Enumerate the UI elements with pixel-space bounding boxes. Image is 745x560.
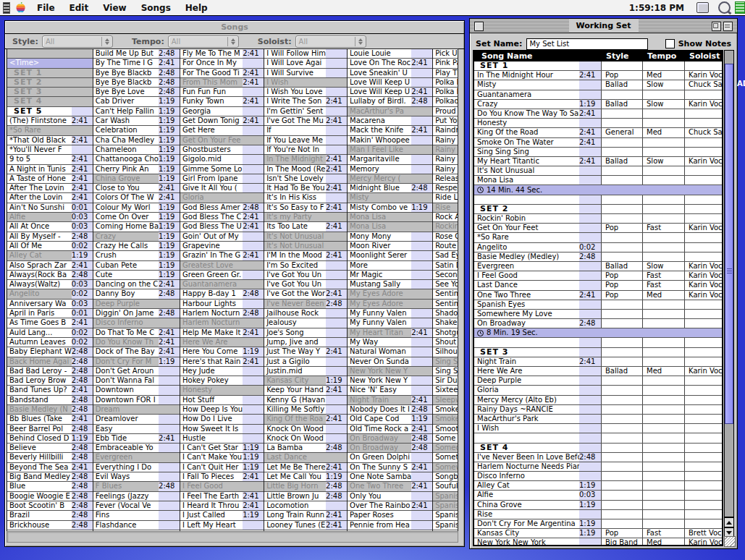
ws-song-row[interactable]: Rise bbox=[474, 510, 722, 519]
song-row[interactable]: Spanish Eyes bbox=[433, 501, 458, 511]
song-row[interactable]: How Do I Live bbox=[180, 415, 264, 424]
ws-song-row[interactable]: I've Never Been In Love Before2:48 bbox=[474, 453, 722, 462]
song-row[interactable]: Route 66 bbox=[433, 242, 458, 251]
set-name-input[interactable] bbox=[526, 38, 648, 50]
song-row[interactable]: Rainy Night In G bbox=[433, 155, 458, 164]
song-row[interactable]: Evil Ways bbox=[93, 472, 180, 482]
ws-song-row[interactable]: On Broadway2:48 bbox=[474, 319, 722, 328]
song-row[interactable]: Little Brown Ju2:48 bbox=[264, 492, 347, 501]
empty-row[interactable] bbox=[7, 49, 93, 59]
song-row[interactable]: Build Me Up But2:48 bbox=[93, 49, 180, 59]
song-row[interactable]: All Of Me0:02 bbox=[7, 242, 93, 251]
ws-song-row[interactable]: Alfie0:03 bbox=[474, 491, 722, 500]
song-row[interactable]: Margaritaville bbox=[348, 155, 432, 164]
song-row[interactable]: Misty Combo ve1:19 bbox=[348, 203, 432, 213]
song-row[interactable]: Knock On Wood bbox=[264, 434, 347, 444]
song-row[interactable]: Back Home Agai2:48 bbox=[7, 357, 93, 367]
close-box[interactable] bbox=[474, 22, 484, 31]
song-row[interactable]: Respect bbox=[433, 184, 458, 193]
song-row[interactable]: Honesty bbox=[180, 386, 264, 395]
song-row[interactable]: Cha Cha Medley1:19 bbox=[93, 136, 180, 145]
song-row[interactable]: Put Your Head C bbox=[433, 116, 458, 126]
song-row[interactable]: Just a Gigilo bbox=[264, 357, 347, 367]
song-row[interactable]: Love On The Roc2:41 bbox=[348, 59, 432, 68]
song-row[interactable]: Pick Up the Piec2:41 bbox=[433, 49, 458, 59]
song-row[interactable]: Also Sprach Zar2:41 bbox=[7, 261, 93, 271]
song-row[interactable]: Mony Mony bbox=[348, 232, 432, 242]
song-row[interactable]: Harbour Lights bbox=[180, 300, 264, 309]
zoom-box[interactable] bbox=[712, 22, 721, 31]
song-row[interactable]: F Blues2:48 bbox=[93, 482, 180, 491]
song-row[interactable]: New York New Y bbox=[348, 367, 432, 376]
song-row[interactable]: Silhouette bbox=[433, 347, 458, 357]
song-row[interactable]: Isn't She Lovely bbox=[264, 174, 347, 184]
song-row[interactable]: Ain't No Sunshi0:01 bbox=[7, 203, 93, 213]
tempo-filter-popup[interactable]: All bbox=[168, 35, 239, 48]
song-row[interactable]: Second Time Ar2:41 bbox=[433, 271, 458, 280]
song-row[interactable]: I've Got You Un bbox=[264, 271, 347, 280]
ws-song-row[interactable]: *So Rare bbox=[474, 233, 722, 242]
resize-grip[interactable] bbox=[724, 536, 736, 547]
songs-window-titlebar[interactable]: Songs bbox=[5, 21, 464, 34]
song-row[interactable]: On Green Dolphi bbox=[348, 453, 432, 462]
ws-song-row[interactable]: MistyBalladSlowChuck Sax bbox=[474, 80, 722, 90]
song-row[interactable]: Just The Way Y2:41 bbox=[264, 347, 347, 357]
song-row[interactable]: For The Good Ti2:41 bbox=[180, 69, 264, 78]
song-row[interactable]: My Eyes Adore bbox=[348, 300, 432, 309]
song-row[interactable]: My Way bbox=[348, 338, 432, 347]
song-row[interactable]: Bye Bye Blackb2:48 bbox=[93, 78, 180, 88]
song-row[interactable]: Man I Feel Like bbox=[348, 145, 432, 155]
scrollbar-thumb[interactable] bbox=[725, 64, 733, 424]
song-row[interactable]: I Will Follow Him bbox=[264, 49, 347, 59]
application-icon[interactable] bbox=[696, 2, 709, 14]
song-row[interactable]: Over The Rainbo2:41 bbox=[348, 501, 432, 511]
ws-song-row[interactable]: Angelito0:02 bbox=[474, 243, 722, 253]
song-row[interactable]: Don't Cry For M1:19 bbox=[93, 357, 180, 367]
song-row[interactable]: One Two Three2:41 bbox=[348, 482, 432, 491]
song-row[interactable]: In The Mood (Re2:41 bbox=[264, 165, 347, 174]
windowshade-box[interactable] bbox=[723, 22, 733, 31]
song-row[interactable]: Cab Driver1:19 bbox=[93, 97, 180, 106]
song-row[interactable]: Don't Wanna Fal bbox=[93, 376, 180, 386]
song-row[interactable]: Here You Come1:19 bbox=[180, 347, 264, 357]
ws-song-row[interactable]: My Heart Titantic2:41BalladSlowKarin Voc bbox=[474, 157, 722, 166]
song-row[interactable]: Looney Tunes (E2:41 bbox=[264, 521, 347, 530]
song-row[interactable]: I Will Love Agai bbox=[264, 59, 347, 68]
ws-song-row[interactable]: Guantanamera bbox=[474, 90, 722, 100]
song-row[interactable]: Release Me bbox=[433, 174, 458, 184]
song-row[interactable]: Dancing on the C2:41 bbox=[93, 280, 180, 289]
song-row[interactable]: Mona Lisa bbox=[348, 213, 432, 222]
song-row[interactable]: Crazy He Calls1:19 bbox=[93, 242, 180, 251]
menu-edit[interactable]: Edit bbox=[62, 0, 96, 15]
song-row[interactable]: I've Got the Wor2:41 bbox=[264, 289, 347, 299]
song-row[interactable]: I'M In the Mood2:41 bbox=[264, 251, 347, 260]
song-row[interactable]: How Deep Is You bbox=[180, 405, 264, 415]
song-row[interactable]: If bbox=[264, 126, 347, 135]
set-header-row[interactable]: SET 3 bbox=[7, 88, 93, 97]
ws-song-row[interactable]: I Feel GoodPopFastKarin Voc bbox=[474, 271, 722, 281]
song-row[interactable]: It's In His Kiss bbox=[264, 193, 347, 203]
song-row[interactable]: I Feel Good bbox=[180, 482, 264, 491]
song-row[interactable]: Celebration1:19 bbox=[93, 126, 180, 135]
song-row[interactable]: Spanish Flea bbox=[433, 511, 458, 520]
ws-song-row[interactable]: EvergreenBalladSlowKarin Voc bbox=[474, 262, 722, 271]
song-row[interactable]: Dream bbox=[93, 405, 180, 415]
song-row[interactable]: Can't Help Fallin1:19 bbox=[93, 107, 180, 116]
song-row[interactable]: Sentimental Jou bbox=[433, 300, 458, 309]
song-row[interactable]: Georgia bbox=[180, 107, 264, 116]
song-row[interactable]: Hokey Pokey bbox=[180, 376, 264, 386]
song-row[interactable]: Proud Mary bbox=[433, 107, 458, 116]
song-row[interactable]: Love Will Keep U bbox=[348, 78, 432, 88]
song-row[interactable]: Love Will Keep U2:41 bbox=[348, 88, 432, 97]
song-row[interactable]: Always(Rock Ba2:48 bbox=[7, 271, 93, 280]
song-row[interactable]: Guantanamera bbox=[180, 280, 264, 289]
song-row[interactable]: Never On Sunda bbox=[348, 357, 432, 367]
song-row[interactable]: One Note Samba bbox=[348, 472, 432, 482]
song-row[interactable]: On The Sunny S2:41 bbox=[348, 463, 432, 472]
application-menu-icon[interactable] bbox=[735, 1, 745, 14]
song-row[interactable]: (The) Flintstone2:41 bbox=[7, 116, 93, 126]
song-row[interactable]: Somewhere My bbox=[433, 463, 458, 472]
song-row[interactable]: Mr Magic bbox=[348, 271, 432, 280]
song-row[interactable]: Satin Doll Comb1:19 bbox=[433, 261, 458, 271]
song-row[interactable]: Everything I Do bbox=[93, 463, 180, 472]
